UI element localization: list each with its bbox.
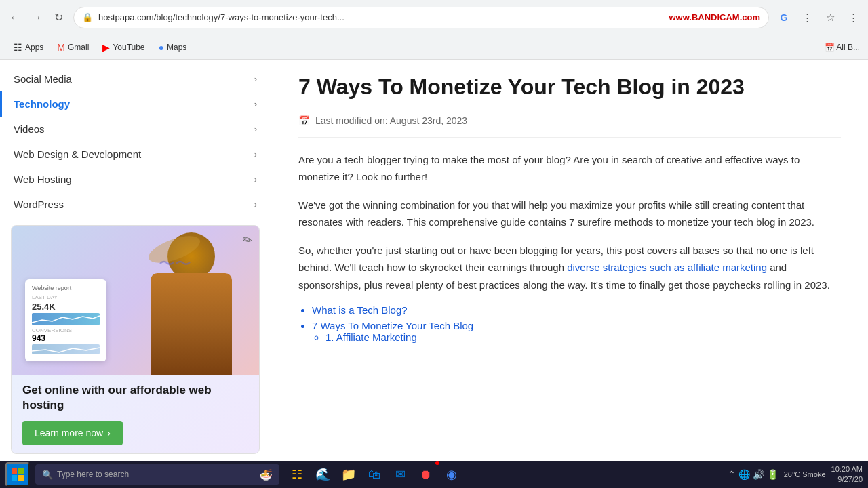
card-stat-visits: 25.4K [32, 302, 100, 312]
sidebar-label: Technology [14, 98, 70, 110]
start-button[interactable] [5, 462, 30, 487]
taskbar-recording[interactable]: ⏺ [414, 462, 438, 487]
article-paragraph-2: We've got the winning combination for yo… [298, 197, 841, 231]
taskbar-chrome[interactable]: ◉ [439, 462, 464, 487]
learn-more-button[interactable]: Learn more now › [22, 421, 123, 445]
svg-rect-1 [18, 468, 24, 474]
sidebar-item-web-design[interactable]: Web Design & Development › [0, 142, 271, 167]
toc-link-1[interactable]: What is a Tech Blog? [312, 304, 408, 316]
sidebar: Social Media › Technology › Videos › Web… [0, 60, 271, 461]
toc-item-1[interactable]: What is a Tech Blog? [312, 304, 841, 316]
food-emoji: 🍜 [259, 468, 273, 481]
maps-icon: ● [159, 42, 164, 53]
taskbar-edge[interactable]: 🌊 [311, 462, 335, 487]
sidebar-item-wordpress[interactable]: WordPress › [0, 192, 271, 217]
chevron-icon: › [254, 99, 257, 109]
battery-icon[interactable]: 🔋 [767, 469, 778, 480]
toc-sub-link-1[interactable]: 1. Affiliate Marketing [326, 331, 417, 343]
sidebar-label: Videos [14, 123, 45, 135]
clock: 10:20 AM 9/27/20 [831, 464, 863, 485]
all-bookmarks-label: 📅 All B... [825, 43, 860, 52]
taskbar-store[interactable]: 🛍 [362, 462, 387, 487]
chevron-icon: › [254, 74, 257, 84]
sidebar-label: Web Hosting [14, 174, 72, 185]
taskbar-mail[interactable]: ✉ [388, 462, 412, 487]
sparkline-2 [32, 344, 100, 354]
card-date-label: LAST DAY [32, 294, 100, 300]
article-paragraph-3: So, whether you're just starting out or … [298, 242, 841, 294]
main-content: 7 Ways To Monetize Your Tech Blog in 202… [271, 60, 868, 461]
promo-text: Get online with our affordable web hosti… [12, 375, 259, 453]
bookmark-youtube[interactable]: ▶ YouTube [97, 39, 150, 56]
promo-image: ✏ 〜〜 Website report LAST DAY 25.4K CONVE… [12, 226, 259, 375]
svg-rect-0 [12, 468, 17, 474]
google-icon[interactable]: G [774, 8, 793, 27]
chevron-up-icon[interactable]: ⌃ [728, 469, 736, 480]
weather-display: 26°C Smoke [784, 470, 826, 479]
bookmark-apps[interactable]: ☷ Apps [8, 39, 49, 56]
bookmarks-bar: ☷ Apps M Gmail ▶ YouTube ● Maps 📅 All B.… [0, 35, 868, 60]
bookmark-button[interactable]: ☆ [821, 8, 840, 27]
toc-item-2[interactable]: 7 Ways To Monetize Your Tech Blog 1. Aff… [312, 320, 841, 343]
taskbar: 🔍 Type here to search 🍜 ☷ 🌊 📁 🛍 ✉ ⏺ ◉ ⌃ … [0, 461, 868, 488]
sidebar-item-web-hosting[interactable]: Web Hosting › [0, 167, 271, 192]
network-icon[interactable]: 🌐 [738, 469, 750, 480]
sidebar-item-videos[interactable]: Videos › [0, 117, 271, 142]
affiliate-marketing-link[interactable]: diverse strategies such as affiliate mar… [567, 262, 767, 273]
chevron-icon: › [254, 149, 257, 159]
sidebar-item-social-media[interactable]: Social Media › [0, 66, 271, 92]
date-display: 9/27/20 [831, 474, 863, 485]
gmail-label: Gmail [68, 43, 89, 52]
toc-sub-item-1[interactable]: 1. Affiliate Marketing [326, 331, 841, 343]
svg-rect-2 [12, 475, 17, 481]
gmail-icon: M [57, 42, 65, 53]
search-icon: 🔍 [42, 470, 53, 480]
volume-icon[interactable]: 🔊 [753, 469, 764, 480]
all-bookmarks[interactable]: 📅 All B... [825, 43, 860, 52]
time-display: 10:20 AM [831, 464, 863, 474]
article-meta-text: Last modified on: August 23rd, 2023 [315, 115, 467, 126]
toc-link-2[interactable]: 7 Ways To Monetize Your Tech Blog [312, 320, 473, 331]
apps-label: Apps [25, 43, 43, 52]
taskbar-explorer[interactable]: 📁 [336, 462, 361, 487]
forward-button[interactable]: → [27, 8, 46, 27]
calendar-icon: 📅 [298, 115, 310, 126]
sidebar-label: Web Design & Development [14, 148, 141, 160]
address-bar[interactable]: 🔒 hostpapa.com/blog/technology/7-ways-to… [73, 7, 769, 28]
pencil-icon: ✏ [240, 231, 254, 248]
youtube-icon: ▶ [102, 42, 110, 53]
promo-woman-figure [144, 232, 239, 375]
taskbar-search-box[interactable]: 🔍 Type here to search 🍜 [35, 464, 279, 485]
chevron-icon: › [254, 124, 257, 134]
wave-decoration: 〜〜 [159, 253, 191, 274]
body [151, 273, 232, 375]
bookmark-gmail[interactable]: M Gmail [52, 39, 94, 56]
learn-more-label: Learn more now [35, 428, 103, 439]
page-content: Social Media › Technology › Videos › Web… [0, 60, 868, 461]
refresh-button[interactable]: ↻ [49, 8, 68, 27]
back-button[interactable]: ← [5, 8, 24, 27]
youtube-label: YouTube [113, 43, 144, 52]
arrow-icon: › [107, 428, 111, 439]
promo-stats-card: Website report LAST DAY 25.4K CONVERSION… [25, 279, 106, 361]
article-meta: 📅 Last modified on: August 23rd, 2023 [298, 115, 841, 138]
card-stat2: 943 [32, 333, 100, 343]
bookmark-maps[interactable]: ● Maps [153, 39, 193, 56]
nav-buttons: ← → ↻ [5, 8, 68, 27]
share-button[interactable]: ⋮ [797, 8, 816, 27]
article-body: Are you a tech blogger trying to make th… [298, 151, 841, 344]
sparkline-1 [32, 313, 100, 325]
sidebar-item-technology[interactable]: Technology › [0, 92, 271, 117]
taskbar-items: ☷ 🌊 📁 🛍 ✉ ⏺ ◉ [285, 462, 464, 487]
card-title: Website report [32, 285, 100, 291]
svg-rect-3 [18, 475, 24, 481]
taskbar-files[interactable]: ☷ [285, 462, 309, 487]
maps-label: Maps [167, 43, 186, 52]
toc-sublist: 1. Affiliate Marketing [326, 331, 841, 343]
card-label2: CONVERSIONS [32, 327, 100, 333]
menu-button[interactable]: ⋮ [844, 8, 863, 27]
browser-chrome: ← → ↻ 🔒 hostpapa.com/blog/technology/7-w… [0, 0, 868, 35]
bandicam-watermark: www.BANDICAM.com [669, 12, 760, 22]
sidebar-label: WordPress [14, 199, 64, 210]
article-paragraph-1: Are you a tech blogger trying to make th… [298, 151, 841, 186]
